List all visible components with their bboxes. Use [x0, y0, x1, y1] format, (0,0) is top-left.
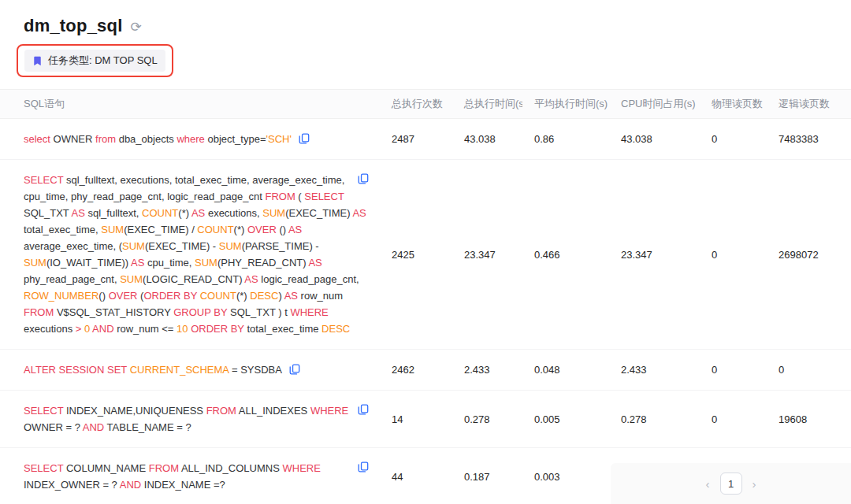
sql-statement: ALTER SESSION SET CURRENT_SCHEMA = SYSDB…: [24, 364, 300, 376]
sql-token: INDEX_OWNER: [24, 479, 102, 491]
sql-token: cpu_time,: [147, 257, 195, 269]
sql-token: dba_objects: [119, 133, 177, 145]
metric-value: 2462: [380, 350, 452, 391]
metric-value: 19608: [767, 391, 851, 448]
sql-token: AS: [131, 257, 147, 269]
refresh-icon[interactable]: ⟳: [130, 20, 141, 34]
sql-token: OWNER = ?: [24, 421, 83, 433]
sql-token: AS: [71, 207, 87, 219]
sql-token: WHERE: [290, 306, 328, 318]
sql-token: ROW_NUMBER: [24, 290, 98, 302]
sql-token: SQL_TXT: [24, 207, 71, 219]
metric-value: 2487: [380, 119, 452, 160]
sql-token: OVER: [247, 224, 279, 235]
sql-token: ALTER SESSION: [24, 364, 107, 376]
page-title: dm_top_sql: [24, 16, 122, 36]
copy-icon[interactable]: [358, 461, 369, 472]
task-type-label: 任务类型: DM TOP SQL: [48, 54, 158, 68]
sql-token: SELECT: [304, 191, 344, 202]
sql-token: row_num <=: [117, 323, 177, 335]
sql-token: CURRENT_SCHEMA: [130, 364, 232, 376]
sql-token: total_exec_time: [247, 323, 321, 335]
sql-token: DESC: [250, 290, 278, 302]
page-header: dm_top_sql ⟳ 任务类型: DM TOP SQL: [0, 0, 851, 77]
sql-token: SUM: [24, 257, 46, 269]
table-row: ALTER SESSION SET CURRENT_SCHEMA = SYSDB…: [0, 350, 851, 391]
sql-token: COLUMN_NAME: [66, 462, 149, 474]
sql-token: ): [278, 290, 284, 302]
sql-statement: SELECT COLUMN_NAME FROM ALL_IND_COLUMNS …: [24, 462, 321, 491]
pagination: ‹ 1 ›: [611, 463, 851, 504]
sql-statement: SELECT INDEX_NAME,UNIQUENESS FROM ALL_IN…: [24, 405, 348, 433]
sql-token: WHERE: [310, 405, 348, 417]
sql-token: (LOGIC_READ_CNT): [143, 273, 244, 285]
sql-statement: SELECT sql_fulltext, executions, total_e…: [24, 174, 366, 335]
metric-value: 2.433: [452, 350, 522, 391]
copy-icon[interactable]: [289, 364, 300, 375]
prev-page-icon[interactable]: ‹: [704, 477, 712, 491]
sql-token: total_exec_time,: [24, 224, 101, 235]
sql-token: = ?: [102, 479, 119, 491]
sql-token: AS: [288, 224, 302, 235]
sql-token: SUM: [122, 240, 145, 252]
sql-token: (IO_WAIT_TIME)): [46, 257, 131, 269]
metric-value: 23.347: [452, 160, 522, 350]
sql-token: 'SCH': [266, 133, 292, 145]
sql-token: AND: [92, 323, 117, 335]
metric-value: 2.433: [609, 350, 700, 391]
sql-token: V$SQL_STAT_HISTORY: [57, 306, 173, 318]
metric-value: 0: [700, 160, 767, 350]
sql-token: OVER: [109, 290, 140, 302]
copy-icon[interactable]: [358, 404, 369, 415]
sql-token: from: [95, 133, 119, 145]
next-page-icon[interactable]: ›: [750, 477, 759, 491]
sql-token: SUM: [195, 257, 217, 269]
column-header: CPU时间占用(s): [609, 90, 700, 119]
table-row: SELECT INDEX_NAME,UNIQUENESS FROM ALL_IN…: [0, 391, 851, 448]
sql-token: object_type=: [207, 133, 266, 145]
copy-icon[interactable]: [358, 173, 369, 184]
metric-value: 0.003: [522, 448, 609, 504]
sql-token: (PARSE_TIME) -: [242, 240, 319, 252]
sql-token: (PHY_READ_CNT): [217, 257, 309, 269]
copy-icon[interactable]: [299, 133, 310, 144]
sql-token: OWNER: [54, 133, 95, 145]
metric-value: 0: [700, 119, 767, 160]
sql-token: (): [98, 290, 108, 302]
metric-value: 7483383: [767, 119, 851, 160]
sql-token: GROUP BY: [173, 306, 230, 318]
sql-token: AS: [352, 207, 366, 219]
metric-value: 0: [767, 350, 851, 391]
sql-token: 0: [84, 323, 92, 335]
sql-token: SUM: [262, 207, 285, 219]
sql-cell: ALTER SESSION SET CURRENT_SCHEMA = SYSDB…: [0, 350, 380, 391]
metric-value: 0.466: [522, 160, 609, 350]
sql-token: (EXEC_TIME) -: [145, 240, 219, 252]
metric-value: 23.347: [609, 160, 700, 350]
sql-token: COUNT: [197, 224, 233, 235]
sql-token: where: [177, 133, 207, 145]
sql-token: phy_read_page_cnt,: [24, 273, 120, 285]
sql-token: TABLE_NAME = ?: [107, 421, 191, 433]
sql-token: SELECT: [24, 462, 66, 474]
metric-value: 0: [700, 350, 767, 391]
sql-token: AND: [83, 421, 107, 433]
metric-value: 0.278: [452, 391, 522, 448]
sql-cell: SELECT sql_fulltext, executions, total_e…: [0, 160, 380, 350]
sql-token: DESC: [321, 323, 350, 335]
metric-value: 2698072: [767, 160, 851, 350]
current-page-button[interactable]: 1: [720, 472, 742, 495]
sql-token: AS: [284, 290, 301, 302]
sql-token: FROM: [206, 405, 239, 417]
sql-token: 10: [177, 323, 191, 335]
highlight-box: 任务类型: DM TOP SQL: [17, 44, 173, 77]
sql-cell: SELECT COLUMN_NAME FROM ALL_IND_COLUMNS …: [0, 448, 380, 504]
metric-value: 0.278: [609, 391, 700, 448]
sql-token: AS: [244, 273, 261, 285]
metric-value: 43.038: [452, 119, 522, 160]
metric-value: 0.048: [522, 350, 609, 391]
column-header: 总执行次数: [380, 90, 452, 119]
sql-token: (*): [178, 207, 191, 219]
sql-table: SQL语句总执行次数总执行时间(s)平均执行时间(s)CPU时间占用(s)物理读…: [0, 89, 851, 504]
sql-token: sql_fulltext,: [87, 207, 142, 219]
